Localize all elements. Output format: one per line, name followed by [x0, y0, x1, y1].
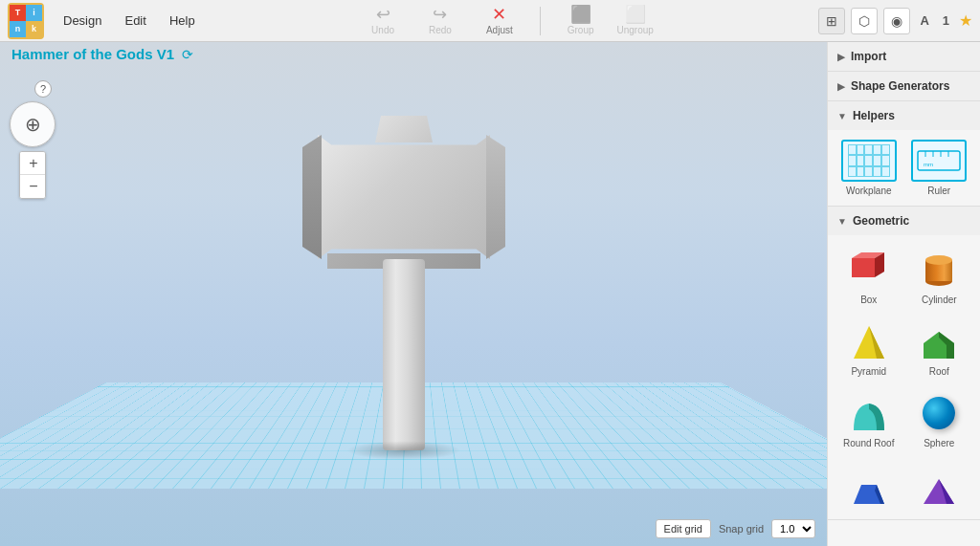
- sphere-icon: [918, 392, 960, 434]
- helpers-grid: Workplane mm Ruler: [828, 130, 980, 206]
- ungroup-icon: ⬜: [625, 6, 646, 23]
- snap-grid-label: Snap grid: [719, 523, 764, 535]
- menu-design[interactable]: Design: [52, 10, 113, 32]
- import-header[interactable]: ▶ Import: [828, 42, 980, 71]
- refresh-icon[interactable]: ⟳: [182, 47, 193, 62]
- undo-button[interactable]: ↩ Undo: [364, 2, 402, 39]
- svg-text:mm: mm: [924, 162, 933, 167]
- ruler-helper[interactable]: mm Ruler: [908, 140, 971, 196]
- box-label: Box: [860, 295, 877, 305]
- workplane-label: Workplane: [846, 186, 892, 196]
- ungroup-button[interactable]: ⬜ Ungroup: [610, 2, 661, 39]
- ruler-icon: mm: [916, 143, 962, 178]
- box-icon: [848, 249, 890, 291]
- helpers-expand-arrow: ▼: [837, 111, 847, 121]
- star-button[interactable]: ★: [959, 11, 972, 30]
- shape-generators-header[interactable]: ▶ Shape Generators: [828, 72, 980, 100]
- hammer-head-main: [318, 135, 490, 259]
- logo-k: k: [26, 21, 42, 37]
- redo-button[interactable]: ↪ Redo: [421, 2, 459, 39]
- undo-label: Undo: [371, 25, 394, 35]
- blue-prism-icon: [848, 464, 890, 506]
- shape-item-roof[interactable]: Roof: [908, 317, 971, 381]
- menu-edit[interactable]: Edit: [113, 10, 157, 32]
- helpers-label: Helpers: [853, 109, 895, 122]
- ungroup-label: Ungroup: [617, 25, 654, 35]
- hammer-head-top: [375, 116, 433, 142]
- compass-arrow: ⊕: [25, 113, 41, 136]
- round-roof-label: Round Roof: [843, 438, 894, 448]
- roof-label: Roof: [929, 366, 949, 377]
- sphere-view-button[interactable]: ◉: [883, 8, 910, 34]
- snap-grid-select[interactable]: 1.0 0.5 0.1: [771, 519, 815, 538]
- shape-item-purple-cone[interactable]: [908, 460, 971, 510]
- hammer-head-left: [302, 135, 322, 259]
- svg-marker-6: [852, 258, 875, 277]
- group-ungroup-buttons: ⬛ Group ⬜ Ungroup: [560, 2, 661, 39]
- project-title[interactable]: Hammer of the Gods V1: [11, 46, 174, 62]
- import-label: Import: [851, 50, 886, 63]
- shape-item-cylinder[interactable]: Cylinder: [908, 245, 971, 309]
- round-roof-icon: [848, 392, 890, 434]
- view-controls: ⊞ ⬡ ◉ A 1 ★: [818, 8, 972, 34]
- geometric-expand-arrow: ▼: [837, 216, 847, 227]
- canvas-area[interactable]: Hammer of the Gods V1 ⟳ ? ⊕ + −: [0, 42, 827, 546]
- roof-icon: [918, 320, 960, 362]
- sphere-ball: [923, 397, 955, 429]
- pyramid-icon: [848, 320, 890, 362]
- help-button[interactable]: ?: [34, 80, 52, 98]
- shape-item-round-roof[interactable]: Round Roof: [837, 388, 901, 452]
- logo-t: T: [10, 5, 26, 21]
- import-section: ▶ Import: [828, 42, 980, 72]
- hammer-head-right: [486, 135, 505, 259]
- menu-bar: Design Edit Help: [52, 10, 207, 32]
- logo-i: i: [26, 5, 42, 21]
- shape-item-sphere[interactable]: Sphere: [908, 388, 971, 452]
- grid-view-button[interactable]: ⊞: [818, 8, 845, 34]
- redo-icon: ↪: [433, 6, 447, 23]
- main-area: Hammer of the Gods V1 ⟳ ? ⊕ + −: [0, 42, 980, 546]
- geometric-header[interactable]: ▼ Geometric: [828, 207, 980, 235]
- workplane-helper[interactable]: Workplane: [837, 140, 901, 196]
- hammer-head: [318, 116, 490, 269]
- helpers-header[interactable]: ▼ Helpers: [828, 101, 980, 130]
- shapes-grid: Box: [828, 235, 980, 519]
- logo-n: n: [10, 21, 26, 37]
- group-icon: ⬛: [570, 6, 591, 23]
- helpers-section: ▼ Helpers Workplane: [828, 101, 980, 207]
- hammer-handle: [383, 259, 425, 450]
- right-panel: ▶ Import ▶ Shape Generators ▼ Helpers: [827, 42, 980, 546]
- group-label: Group: [568, 25, 594, 35]
- toolbar-divider: [540, 7, 541, 35]
- pyramid-label: Pyramid: [851, 366, 886, 377]
- menu-help[interactable]: Help: [158, 10, 207, 32]
- shape-item-blue-prism[interactable]: [837, 460, 901, 510]
- group-button[interactable]: ⬛ Group: [560, 2, 602, 39]
- shape-item-box[interactable]: Box: [837, 245, 901, 309]
- workplane-grid-icon: [848, 144, 890, 177]
- nav-controls: ? ⊕ + −: [10, 80, 56, 199]
- tinkercad-logo[interactable]: T i n k: [8, 3, 44, 39]
- cylinder-label: Cylinder: [922, 295, 957, 305]
- cube-view-button[interactable]: ⬡: [851, 8, 878, 34]
- toolbar-center: ↩ Undo ↪ Redo ✕ Adjust ⬛ Group ⬜ Ungroup: [214, 2, 812, 39]
- number-1-button[interactable]: 1: [939, 11, 953, 30]
- zoom-out-button[interactable]: −: [20, 175, 46, 198]
- sphere-label: Sphere: [924, 438, 954, 448]
- hammer-model: [308, 116, 500, 450]
- redo-label: Redo: [429, 25, 452, 35]
- zoom-in-button[interactable]: +: [20, 152, 46, 175]
- compass-control[interactable]: ⊕: [10, 101, 56, 147]
- title-bar: Hammer of the Gods V1 ⟳: [11, 46, 193, 62]
- adjust-icon: ✕: [492, 6, 506, 23]
- svg-point-11: [925, 255, 952, 265]
- shape-item-pyramid[interactable]: Pyramid: [837, 317, 901, 381]
- edit-grid-button[interactable]: Edit grid: [656, 519, 711, 538]
- hammer-shadow: [346, 441, 461, 460]
- adjust-button[interactable]: ✕ Adjust: [479, 2, 521, 39]
- workplane-thumbnail: [841, 140, 897, 182]
- letter-a-button[interactable]: A: [916, 11, 932, 30]
- import-expand-arrow: ▶: [837, 52, 845, 62]
- topbar: T i n k Design Edit Help ↩ Undo ↪ Redo ✕…: [0, 0, 980, 42]
- adjust-label: Adjust: [486, 25, 513, 35]
